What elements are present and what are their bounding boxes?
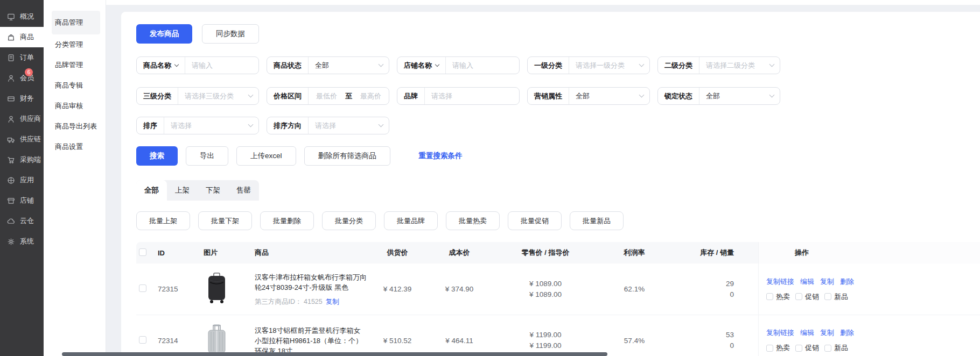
table-row: 72315 汉客牛津布拉杆箱女帆布行李箱万向轮24寸8039-24寸-升级版 黑… — [136, 264, 980, 315]
min-price-input[interactable]: 最低价 — [316, 91, 337, 101]
sync-data-button[interactable]: 同步数据 — [202, 24, 259, 44]
tab-sold-out[interactable]: 售罄 — [228, 180, 259, 201]
sidebar-item-cloud-warehouse[interactable]: 云仓 — [0, 211, 44, 231]
submenu-item-brand-management[interactable]: 品牌管理 — [52, 55, 100, 75]
submenu-item-product-export-list[interactable]: 商品导出列表 — [52, 116, 100, 137]
header-profit-rate: 利润率 — [599, 248, 669, 258]
filter-label: 锁定状态 — [658, 88, 699, 104]
marketing-select[interactable]: 全部 — [569, 91, 649, 101]
batch-promo-button[interactable]: 批量促销 — [508, 211, 562, 230]
product-status-select[interactable]: 全部 — [309, 61, 389, 70]
sort-direction-select[interactable]: 请选择 — [309, 121, 389, 131]
export-button[interactable]: 导出 — [186, 146, 228, 166]
batch-brand-button[interactable]: 批量品牌 — [384, 211, 438, 230]
upload-excel-button[interactable]: 上传excel — [236, 146, 296, 166]
row-checkbox[interactable] — [139, 336, 146, 344]
promo-flag-label: 促销 — [805, 343, 819, 353]
batch-category-button[interactable]: 批量分类 — [322, 211, 376, 230]
brand-select[interactable]: 请选择 — [425, 91, 519, 101]
sidebar-item-finance[interactable]: 财务 — [0, 88, 44, 109]
sidebar-item-system[interactable]: 系统 — [0, 231, 44, 252]
filter-product-status: 商品状态 全部 — [267, 56, 389, 74]
hot-flag-checkbox[interactable] — [766, 293, 773, 300]
batch-off-sale-button[interactable]: 批量下架 — [198, 211, 252, 230]
sidebar-item-label: 云仓 — [20, 216, 34, 226]
copy-action[interactable]: 复制 — [820, 277, 834, 287]
toolbar: 发布商品 同步数据 — [136, 24, 980, 44]
delete-action[interactable]: 删除 — [840, 277, 854, 287]
sidebar-item-apps[interactable]: 应用 — [0, 170, 44, 190]
row-checkbox[interactable] — [139, 284, 146, 292]
submenu-item-product-albums[interactable]: 商品专辑 — [52, 75, 100, 96]
category-l3-select[interactable]: 请选择三级分类 — [178, 91, 258, 101]
shop-name-input[interactable]: 请输入 — [446, 61, 519, 70]
edit-action[interactable]: 编辑 — [800, 328, 814, 338]
filter-label-select[interactable]: 店铺名称 — [397, 57, 445, 74]
apps-icon — [7, 176, 15, 184]
sort-select[interactable]: 请选择 — [164, 121, 258, 131]
cloud-warehouse-icon — [7, 217, 15, 225]
tab-on-sale[interactable]: 上架 — [167, 180, 198, 201]
filter-sort: 排序 请选择 — [136, 117, 259, 134]
product-id: 72314 — [158, 337, 204, 345]
stock-sales: 29 0 — [669, 279, 758, 300]
sidebar-item-label: 订单 — [20, 53, 34, 62]
sidebar-item-goods[interactable]: 商品 — [0, 27, 44, 47]
select-all-checkbox[interactable] — [139, 248, 146, 256]
copy-id-link[interactable]: 复制 — [326, 298, 339, 305]
silver-suitcase-image[interactable] — [204, 323, 255, 356]
search-button[interactable]: 搜索 — [136, 146, 178, 166]
submenu-item-product-management[interactable]: 商品管理 — [52, 11, 100, 34]
horizontal-scrollbar[interactable] — [62, 352, 607, 356]
delete-filtered-button[interactable]: 删除所有筛选商品 — [304, 146, 390, 166]
sidebar-item-procurement[interactable]: 采购端 — [0, 149, 44, 170]
sidebar-item-supplier[interactable]: 供应商 — [0, 109, 44, 129]
sidebar-item-shop[interactable]: 店铺 — [0, 190, 44, 211]
reset-search-link[interactable]: 重置搜索条件 — [419, 151, 463, 161]
products-table: ID 图片 商品 供货价 成本价 零售价 / 指导价 利润率 库存 / 销量 操… — [136, 242, 980, 356]
sales-value: 0 — [669, 340, 734, 351]
sidebar-item-supply-chain[interactable]: 供应链 — [0, 129, 44, 149]
header-supply-price: 供货价 — [368, 248, 427, 258]
tab-off-sale[interactable]: 下架 — [198, 180, 228, 201]
sidebar-item-label: 应用 — [20, 175, 34, 185]
sidebar-item-label: 店铺 — [20, 196, 34, 205]
promo-flag-checkbox[interactable] — [795, 293, 802, 300]
tab-all[interactable]: 全部 — [136, 180, 167, 201]
chevron-down-icon — [379, 62, 384, 67]
product-title[interactable]: 汉客18寸铝框前开盖登机行李箱女小型拉杆箱H9861-18（单位：个） 环保灰 … — [255, 325, 367, 356]
copy-action[interactable]: 复制 — [820, 328, 834, 338]
shop-icon — [7, 197, 15, 205]
submenu-item-product-review[interactable]: 商品审核 — [52, 96, 100, 116]
sidebar-item-orders[interactable]: 订单 — [0, 47, 44, 68]
batch-delete-button[interactable]: 批量删除 — [260, 211, 314, 230]
stock-value: 29 — [669, 279, 734, 289]
filter-row-3: 排序 请选择 排序方向 请选择 — [136, 117, 980, 134]
delete-action[interactable]: 删除 — [840, 328, 854, 338]
category-l2-select[interactable]: 请选择二级分类 — [699, 61, 780, 70]
submenu-item-category-management[interactable]: 分类管理 — [52, 34, 100, 55]
new-flag-checkbox[interactable] — [824, 293, 831, 300]
filter-label-select[interactable]: 商品名称 — [137, 57, 185, 74]
sidebar-item-overview[interactable]: 概况 — [0, 6, 44, 27]
black-suitcase-image[interactable] — [204, 272, 255, 306]
promo-flag-checkbox[interactable] — [795, 345, 802, 352]
sidebar-item-members[interactable]: 会员 6 — [0, 68, 44, 88]
sidebar-item-label: 系统 — [20, 237, 34, 246]
lock-status-select[interactable]: 全部 — [699, 91, 780, 101]
category-l1-select[interactable]: 请选择一级分类 — [569, 61, 649, 70]
hot-flag-checkbox[interactable] — [766, 345, 773, 352]
max-price-input[interactable]: 最高价 — [360, 91, 381, 101]
copy-link-action[interactable]: 复制链接 — [766, 277, 794, 287]
copy-link-action[interactable]: 复制链接 — [766, 328, 794, 338]
edit-action[interactable]: 编辑 — [800, 277, 814, 287]
new-flag-checkbox[interactable] — [824, 345, 831, 352]
submenu-item-product-settings[interactable]: 商品设置 — [52, 137, 100, 157]
batch-new-button[interactable]: 批量新品 — [570, 211, 624, 230]
product-name-input[interactable]: 请输入 — [185, 61, 258, 70]
product-title[interactable]: 汉客牛津布拉杆箱女帆布行李箱万向轮24寸8039-24寸-升级版 黑色 — [255, 272, 367, 293]
publish-product-button[interactable]: 发布商品 — [136, 24, 192, 44]
batch-on-sale-button[interactable]: 批量上架 — [136, 211, 190, 230]
header-id: ID — [158, 249, 204, 257]
batch-hot-button[interactable]: 批量热卖 — [446, 211, 500, 230]
